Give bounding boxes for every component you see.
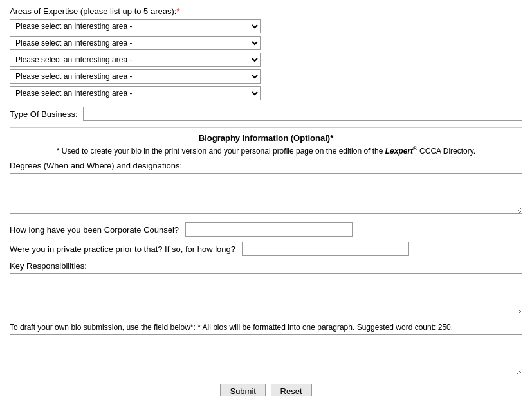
lexpert-text: Lexpert: [385, 147, 413, 156]
corporate-counsel-input[interactable]: [185, 222, 353, 237]
submit-button[interactable]: Submit: [220, 384, 265, 396]
private-practice-label: Were you in private practice prior to th…: [10, 244, 235, 254]
area-select-2[interactable]: Please select an interesting area -: [10, 36, 261, 50]
area-select-row-2: Please select an interesting area -: [10, 36, 522, 50]
private-practice-input[interactable]: [242, 242, 409, 256]
degrees-textarea[interactable]: [10, 173, 522, 214]
area-select-4[interactable]: Please select an interesting area -: [10, 69, 261, 84]
area-select-5[interactable]: Please select an interesting area -: [10, 86, 261, 100]
area-select-1[interactable]: Please select an interesting area -: [10, 19, 261, 33]
reset-button[interactable]: Reset: [271, 384, 312, 396]
area-select-row-1: Please select an interesting area -: [10, 19, 522, 33]
private-practice-row: Were you in private practice prior to th…: [10, 242, 522, 256]
biography-subtitle-suffix: CCCA Directory.: [417, 147, 475, 156]
required-marker: *: [176, 6, 179, 16]
areas-label-text: Areas of Expertise (please list up to 5 …: [10, 6, 176, 16]
biography-section: Biography Information (Optional)* * Used…: [10, 127, 522, 156]
areas-of-expertise-label: Areas of Expertise (please list up to 5 …: [10, 6, 522, 16]
key-responsibilities-section: Key Responsibilities:: [10, 261, 522, 316]
bio-submission-section: To draft your own bio submission, use th…: [10, 323, 522, 377]
button-row: Submit Reset: [10, 384, 522, 396]
degrees-section: Degrees (When and Where) and designation…: [10, 161, 522, 216]
corporate-counsel-row: How long have you been Corporate Counsel…: [10, 222, 522, 237]
areas-of-expertise-section: Areas of Expertise (please list up to 5 …: [10, 6, 522, 100]
bio-submission-textarea[interactable]: [10, 334, 522, 375]
degrees-label: Degrees (When and Where) and designation…: [10, 161, 522, 170]
type-of-business-row: Type Of Business:: [10, 107, 522, 121]
biography-title: Biography Information (Optional)*: [10, 133, 522, 143]
key-responsibilities-textarea[interactable]: [10, 273, 522, 314]
area-select-row-3: Please select an interesting area -: [10, 53, 522, 67]
corporate-counsel-label: How long have you been Corporate Counsel…: [10, 225, 179, 235]
type-of-business-input[interactable]: [83, 107, 523, 121]
key-responsibilities-label: Key Responsibilities:: [10, 261, 522, 271]
area-select-row-5: Please select an interesting area -: [10, 86, 522, 100]
area-select-3[interactable]: Please select an interesting area -: [10, 53, 261, 67]
biography-subtitle-prefix: * Used to create your bio in the print v…: [57, 147, 385, 156]
registered-mark: ®: [413, 145, 417, 152]
biography-subtitle: * Used to create your bio in the print v…: [10, 145, 522, 156]
bio-submission-note: To draft your own bio submission, use th…: [10, 323, 522, 332]
type-of-business-label: Type Of Business:: [10, 109, 78, 119]
area-select-row-4: Please select an interesting area -: [10, 69, 522, 84]
